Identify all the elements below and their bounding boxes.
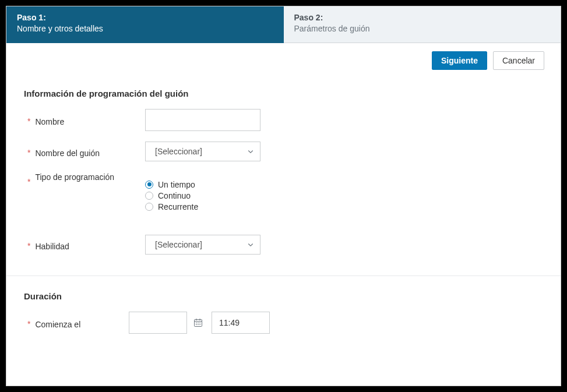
required-marker: * — [27, 319, 30, 329]
schedule-type-radio-group: Un tiempo Continuo Recurrente — [145, 172, 198, 211]
radio-icon — [145, 203, 153, 211]
step-2-subtitle: Parámetros de guión — [294, 23, 551, 34]
name-input[interactable] — [145, 109, 260, 131]
required-marker: * — [27, 172, 30, 187]
skill-label: Habilidad — [35, 241, 69, 252]
script-name-selected-text: [Seleccionar] — [155, 147, 202, 156]
section-divider — [6, 276, 561, 276]
section-duration-heading: Duración — [24, 291, 561, 301]
chevron-down-icon — [247, 148, 254, 155]
radio-recurring[interactable]: Recurrente — [145, 202, 198, 211]
radio-continuous[interactable]: Continuo — [145, 191, 198, 200]
row-schedule-type: * Tipo de programación Un tiempo Continu… — [24, 172, 543, 211]
schedule-type-label: Tipo de programación — [35, 172, 114, 182]
step-1-tab[interactable]: Paso 1: Nombre y otros detalles — [6, 6, 284, 43]
cancel-button[interactable]: Cancelar — [493, 51, 544, 70]
script-name-select[interactable]: [Seleccionar] — [145, 142, 260, 161]
required-marker: * — [27, 148, 30, 158]
radio-icon — [145, 181, 153, 189]
radio-continuous-label: Continuo — [158, 191, 191, 200]
script-name-label: Nombre del guión — [35, 148, 100, 158]
skill-selected-text: [Seleccionar] — [155, 240, 202, 249]
form-section-1: * Nombre * Nombre del guión [Seleccionar… — [6, 109, 561, 265]
row-start-date: * Comienza el — [24, 312, 543, 334]
name-label: Nombre — [35, 116, 64, 127]
step-1-title: Paso 1: — [17, 12, 273, 23]
skill-select[interactable]: [Seleccionar] — [145, 235, 260, 255]
svg-rect-5 — [198, 322, 199, 323]
svg-rect-6 — [199, 322, 200, 323]
radio-recurring-label: Recurrente — [158, 202, 198, 211]
required-marker: * — [27, 116, 30, 126]
start-date-input[interactable] — [129, 312, 187, 334]
step-2-title: Paso 2: — [294, 12, 551, 23]
svg-rect-7 — [196, 324, 197, 325]
start-time-input[interactable] — [212, 312, 270, 334]
required-marker: * — [27, 241, 30, 251]
chevron-down-icon — [247, 241, 254, 248]
wizard-frame: Paso 1: Nombre y otros detalles Paso 2: … — [6, 6, 561, 386]
row-name: * Nombre — [24, 109, 543, 131]
svg-rect-8 — [198, 324, 199, 325]
step-2-tab[interactable]: Paso 2: Parámetros de guión — [284, 6, 561, 43]
next-button[interactable]: Siguiente — [432, 51, 487, 70]
radio-one-time[interactable]: Un tiempo — [145, 180, 198, 189]
row-skill: * Habilidad [Seleccionar] — [24, 235, 543, 255]
action-bar: Siguiente Cancelar — [6, 43, 561, 70]
calendar-button[interactable] — [192, 316, 205, 329]
svg-rect-9 — [199, 324, 200, 325]
wizard-steps: Paso 1: Nombre y otros detalles Paso 2: … — [6, 6, 561, 43]
step-1-subtitle: Nombre y otros detalles — [17, 23, 273, 34]
svg-rect-4 — [196, 322, 197, 323]
row-script-name: * Nombre del guión [Seleccionar] — [24, 142, 543, 161]
radio-icon — [145, 192, 153, 200]
start-date-label: Comienza el — [35, 319, 80, 330]
calendar-icon — [193, 318, 203, 327]
radio-one-time-label: Un tiempo — [158, 180, 195, 189]
section-scheduling-heading: Información de programación del guión — [24, 89, 561, 98]
form-section-2: * Comienza el — [6, 312, 561, 357]
